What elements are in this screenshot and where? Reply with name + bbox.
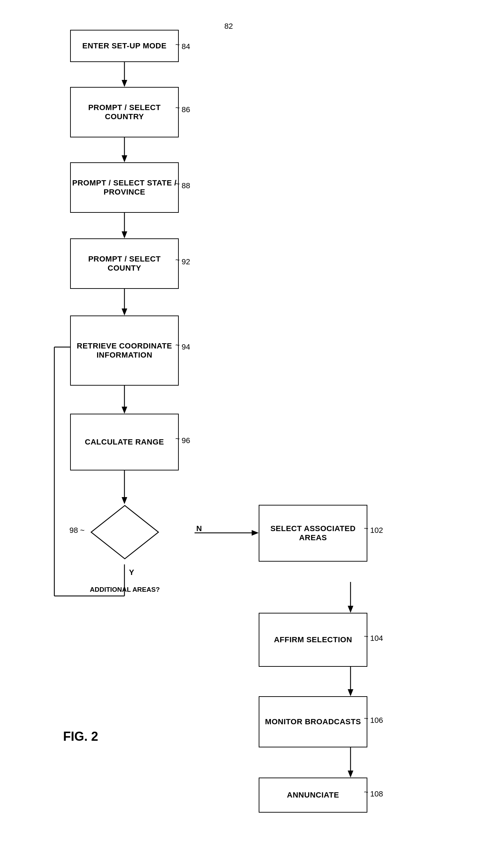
ref-104-tilde: ~: [364, 632, 368, 641]
ref-102: 102: [370, 526, 383, 535]
n-label: N: [196, 524, 202, 533]
ref-102-tilde: ~: [364, 524, 368, 533]
prompt-county-box: PROMPT / SELECT COUNTY: [70, 238, 179, 289]
svg-marker-9: [122, 407, 127, 414]
svg-marker-7: [122, 308, 127, 316]
select-associated-box: SELECT ASSOCIATED AREAS: [259, 505, 367, 562]
svg-marker-13: [252, 530, 259, 536]
ref-82: 82: [224, 22, 233, 31]
prompt-state-box: PROMPT / SELECT STATE / PROVINCE: [70, 162, 179, 213]
fig-label: FIG. 2: [63, 729, 98, 744]
affirm-selection-box: AFFIRM SELECTION: [259, 613, 367, 667]
svg-marker-3: [122, 155, 127, 162]
ref-108: 108: [370, 789, 383, 799]
svg-marker-11: [122, 497, 127, 504]
calculate-range-box: CALCULATE RANGE: [70, 414, 179, 470]
annunciate-box: ANNUNCIATE: [259, 778, 367, 813]
enter-setup-box: ENTER SET-UP MODE: [70, 30, 179, 62]
svg-marker-15: [348, 606, 353, 613]
ref-94-tilde: ~: [175, 341, 180, 350]
svg-marker-25: [91, 506, 158, 559]
ref-88: 88: [182, 181, 190, 190]
ref-98: 98 ~: [69, 526, 84, 535]
monitor-broadcasts-box: MONITOR BROADCASTS: [259, 696, 367, 747]
ref-86-tilde: ~: [175, 103, 180, 113]
ref-84: 84: [182, 42, 190, 51]
ref-84-tilde: ~: [175, 40, 180, 49]
ref-106: 106: [370, 716, 383, 725]
svg-marker-5: [122, 231, 127, 238]
svg-marker-1: [122, 80, 127, 87]
ref-88-tilde: ~: [175, 179, 180, 189]
prompt-country-box: PROMPT / SELECT COUNTRY: [70, 87, 179, 137]
additional-areas-diamond: ADDITIONAL AREAS?: [90, 504, 160, 560]
ref-86: 86: [182, 105, 190, 114]
ref-106-tilde: ~: [364, 714, 368, 723]
svg-marker-17: [348, 689, 353, 696]
flowchart-diagram: 82 ENTER SET-UP MODE 84 ~ PROMPT / SELEC…: [0, 0, 496, 868]
ref-92-tilde: ~: [175, 256, 180, 265]
ref-96-tilde: ~: [175, 434, 180, 443]
ref-92: 92: [182, 257, 190, 266]
y-label: Y: [129, 568, 134, 577]
svg-marker-19: [348, 771, 353, 778]
ref-94: 94: [182, 343, 190, 352]
ref-108-tilde: ~: [364, 788, 368, 797]
retrieve-coord-box: RETRIEVE COORDINATE INFORMATION: [70, 316, 179, 386]
ref-96: 96: [182, 436, 190, 445]
ref-104: 104: [370, 634, 383, 643]
